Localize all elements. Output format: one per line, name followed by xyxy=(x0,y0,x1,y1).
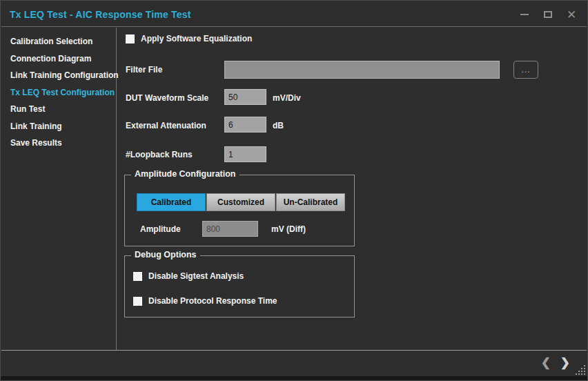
sidebar-item-tx-leq-test-configuration[interactable]: Tx LEQ Test Configuration xyxy=(1,84,116,101)
external-attenuation-label: External Attenuation xyxy=(126,121,206,130)
browse-button[interactable]: ... xyxy=(513,61,538,79)
window-bottom-edge xyxy=(1,376,587,380)
filter-file-label: Filter File xyxy=(126,65,162,75)
close-button[interactable]: ✕ xyxy=(563,6,580,23)
debug-options-group: Debug Options Disable Sigtest Analysis D… xyxy=(124,255,355,318)
sidebar-nav: Calibration Selection Connection Diagram… xyxy=(1,28,117,350)
apply-software-equalization-checkbox[interactable] xyxy=(126,35,135,43)
previous-page-arrow[interactable]: ❮ xyxy=(541,355,551,370)
sidebar-item-calibration-selection[interactable]: Calibration Selection xyxy=(1,33,116,50)
calibrated-button[interactable]: Calibrated xyxy=(137,193,206,211)
sidebar-item-link-training[interactable]: Link Training xyxy=(1,118,116,135)
disable-sigtest-analysis-row: Disable Sigtest Analysis xyxy=(133,271,244,281)
apply-software-equalization-label: Apply Software Equalization xyxy=(141,34,252,43)
sidebar-item-connection-diagram[interactable]: Connection Diagram xyxy=(1,50,116,68)
external-attenuation-unit: dB xyxy=(273,121,284,130)
disable-sigtest-analysis-label: Disable Sigtest Analysis xyxy=(148,271,244,281)
loopback-runs-input[interactable] xyxy=(224,146,266,162)
maximize-button[interactable] xyxy=(540,6,556,23)
resize-grip[interactable] xyxy=(576,366,585,375)
amplitude-input[interactable] xyxy=(202,221,258,237)
disable-protocol-response-time-label: Disable Protocol Response Time xyxy=(148,296,277,306)
disable-protocol-response-time-checkbox[interactable] xyxy=(133,297,142,306)
external-attenuation-input[interactable] xyxy=(224,117,266,133)
minimize-button[interactable] xyxy=(516,6,533,23)
sidebar-item-save-results[interactable]: Save Results xyxy=(1,135,116,152)
amplitude-label: Amplitude xyxy=(140,224,181,234)
dut-waveform-scale-label: DUT Waveform Scale xyxy=(126,93,208,103)
sidebar-item-link-training-configuration[interactable]: Link Training Configuration xyxy=(1,67,116,84)
window-title: Tx LEQ Test - AIC Response Time Test xyxy=(10,9,191,20)
un-calibrated-button[interactable]: Un-Calibrated xyxy=(276,193,345,211)
config-panel: Apply Software Equalization Filter File … xyxy=(117,28,587,350)
amplitude-configuration-legend: Amplitude Configuration xyxy=(131,169,239,179)
amplitude-configuration-group: Amplitude Configuration Calibrated Custo… xyxy=(124,175,355,246)
disable-protocol-response-time-row: Disable Protocol Response Time xyxy=(133,296,277,306)
dut-waveform-scale-input[interactable] xyxy=(224,89,266,105)
sidebar-item-run-test[interactable]: Run Test xyxy=(1,101,116,118)
dialog-window: Tx LEQ Test - AIC Response Time Test ✕ C… xyxy=(0,0,588,381)
debug-options-legend: Debug Options xyxy=(131,250,200,260)
title-bar[interactable]: Tx LEQ Test - AIC Response Time Test ✕ xyxy=(1,1,587,27)
apply-software-equalization-row: Apply Software Equalization xyxy=(126,34,252,43)
footer-bar: ❮ ❯ xyxy=(1,351,587,376)
dialog-body: Calibration Selection Connection Diagram… xyxy=(1,28,587,350)
amplitude-unit: mV (Diff) xyxy=(271,224,306,234)
customized-button[interactable]: Customized xyxy=(206,193,275,211)
dut-waveform-scale-unit: mV/Div xyxy=(273,93,301,103)
filter-file-input[interactable] xyxy=(224,61,500,79)
next-page-arrow[interactable]: ❯ xyxy=(560,355,570,370)
disable-sigtest-analysis-checkbox[interactable] xyxy=(133,272,142,281)
loopback-runs-label: #Loopback Runs xyxy=(126,150,193,159)
